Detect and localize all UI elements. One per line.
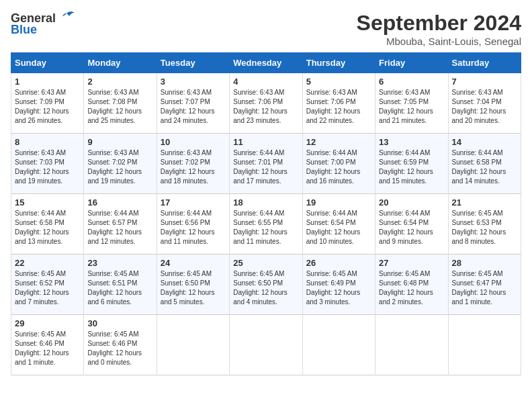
calendar-cell: 11Sunrise: 6:44 AMSunset: 7:01 PMDayligh…: [230, 134, 302, 194]
calendar-week-2: 8Sunrise: 6:43 AMSunset: 7:03 PMDaylight…: [11, 134, 521, 194]
logo-blue-text: Blue: [11, 23, 37, 37]
day-content: Sunrise: 6:44 AMSunset: 7:01 PMDaylight:…: [233, 148, 298, 186]
day-number: 16: [87, 197, 152, 208]
calendar-cell: 15Sunrise: 6:44 AMSunset: 6:58 PMDayligh…: [11, 194, 84, 255]
calendar-cell: 26Sunrise: 6:45 AMSunset: 6:49 PMDayligh…: [302, 255, 375, 315]
day-number: 18: [233, 197, 298, 208]
calendar-week-4: 22Sunrise: 6:45 AMSunset: 6:52 PMDayligh…: [11, 255, 521, 315]
calendar-cell: 17Sunrise: 6:44 AMSunset: 6:56 PMDayligh…: [157, 194, 229, 255]
calendar-cell: 2Sunrise: 6:43 AMSunset: 7:08 PMDaylight…: [84, 73, 157, 134]
calendar-table: SundayMondayTuesdayWednesdayThursdayFrid…: [11, 52, 521, 375]
calendar-cell: 8Sunrise: 6:43 AMSunset: 7:03 PMDaylight…: [11, 134, 84, 194]
day-content: Sunrise: 6:45 AMSunset: 6:50 PMDaylight:…: [161, 269, 226, 307]
day-number: 30: [87, 318, 152, 328]
day-content: Sunrise: 6:43 AMSunset: 7:06 PMDaylight:…: [233, 88, 298, 126]
logo: General Blue: [11, 11, 76, 37]
day-content: Sunrise: 6:45 AMSunset: 6:52 PMDaylight:…: [15, 269, 80, 307]
calendar-cell: 20Sunrise: 6:44 AMSunset: 6:54 PMDayligh…: [375, 194, 448, 255]
day-number: 9: [87, 137, 152, 147]
day-number: 8: [15, 137, 80, 147]
day-number: 6: [379, 77, 444, 87]
calendar-cell: [375, 315, 448, 375]
calendar-cell: 14Sunrise: 6:44 AMSunset: 6:58 PMDayligh…: [448, 134, 521, 194]
calendar-cell: 23Sunrise: 6:45 AMSunset: 6:51 PMDayligh…: [84, 255, 157, 315]
calendar-cell: 16Sunrise: 6:44 AMSunset: 6:57 PMDayligh…: [84, 194, 157, 255]
calendar-cell: 27Sunrise: 6:45 AMSunset: 6:48 PMDayligh…: [375, 255, 448, 315]
day-content: Sunrise: 6:45 AMSunset: 6:47 PMDaylight:…: [452, 269, 517, 307]
day-number: 26: [306, 258, 371, 268]
calendar-cell: 22Sunrise: 6:45 AMSunset: 6:52 PMDayligh…: [11, 255, 84, 315]
day-number: 14: [452, 137, 517, 147]
calendar-cell: 30Sunrise: 6:45 AMSunset: 6:46 PMDayligh…: [84, 315, 157, 375]
calendar-cell: 29Sunrise: 6:45 AMSunset: 6:46 PMDayligh…: [11, 315, 84, 375]
day-number: 25: [233, 258, 298, 268]
calendar-cell: 9Sunrise: 6:43 AMSunset: 7:02 PMDaylight…: [84, 134, 157, 194]
weekday-header-wednesday: Wednesday: [230, 53, 302, 73]
calendar-cell: 5Sunrise: 6:43 AMSunset: 7:06 PMDaylight…: [302, 73, 375, 134]
day-number: 3: [161, 77, 226, 87]
day-number: 11: [233, 137, 298, 147]
day-number: 12: [306, 137, 371, 147]
weekday-header-row: SundayMondayTuesdayWednesdayThursdayFrid…: [11, 53, 521, 73]
day-content: Sunrise: 6:44 AMSunset: 6:56 PMDaylight:…: [161, 209, 226, 246]
calendar-cell: 6Sunrise: 6:43 AMSunset: 7:05 PMDaylight…: [375, 73, 448, 134]
day-content: Sunrise: 6:43 AMSunset: 7:02 PMDaylight:…: [87, 148, 152, 186]
location-title: Mbouba, Saint-Louis, Senegal: [357, 36, 521, 47]
calendar-cell: [230, 315, 302, 375]
day-number: 27: [379, 258, 444, 268]
day-content: Sunrise: 6:45 AMSunset: 6:46 PMDaylight:…: [87, 330, 152, 367]
day-content: Sunrise: 6:43 AMSunset: 7:08 PMDaylight:…: [87, 88, 152, 126]
calendar-cell: 18Sunrise: 6:44 AMSunset: 6:55 PMDayligh…: [230, 194, 302, 255]
day-number: 21: [452, 197, 517, 208]
day-number: 28: [452, 258, 517, 268]
day-number: 1: [15, 77, 80, 87]
calendar-cell: 25Sunrise: 6:45 AMSunset: 6:50 PMDayligh…: [230, 255, 302, 315]
day-number: 5: [306, 77, 371, 87]
calendar-week-3: 15Sunrise: 6:44 AMSunset: 6:58 PMDayligh…: [11, 194, 521, 255]
day-number: 22: [15, 258, 80, 268]
day-number: 7: [452, 77, 517, 87]
day-content: Sunrise: 6:44 AMSunset: 7:00 PMDaylight:…: [306, 148, 371, 186]
day-number: 10: [161, 137, 226, 147]
day-number: 29: [15, 318, 80, 328]
day-content: Sunrise: 6:44 AMSunset: 6:58 PMDaylight:…: [452, 148, 517, 186]
calendar-cell: 21Sunrise: 6:45 AMSunset: 6:53 PMDayligh…: [448, 194, 521, 255]
day-number: 4: [233, 77, 298, 87]
calendar-week-1: 1Sunrise: 6:43 AMSunset: 7:09 PMDaylight…: [11, 73, 521, 134]
day-content: Sunrise: 6:44 AMSunset: 6:54 PMDaylight:…: [306, 209, 371, 246]
title-section: September 2024 Mbouba, Saint-Louis, Sene…: [357, 11, 521, 47]
day-content: Sunrise: 6:43 AMSunset: 7:09 PMDaylight:…: [15, 88, 80, 126]
day-number: 15: [15, 197, 80, 208]
day-content: Sunrise: 6:44 AMSunset: 6:59 PMDaylight:…: [379, 148, 444, 186]
day-content: Sunrise: 6:43 AMSunset: 7:07 PMDaylight:…: [161, 88, 226, 126]
day-content: Sunrise: 6:45 AMSunset: 6:50 PMDaylight:…: [233, 269, 298, 307]
calendar-cell: [448, 315, 521, 375]
day-content: Sunrise: 6:45 AMSunset: 6:53 PMDaylight:…: [452, 209, 517, 246]
logo-bird-icon: [57, 11, 76, 26]
calendar-week-5: 29Sunrise: 6:45 AMSunset: 6:46 PMDayligh…: [11, 315, 521, 375]
calendar-cell: [157, 315, 229, 375]
calendar-cell: [302, 315, 375, 375]
calendar-cell: 4Sunrise: 6:43 AMSunset: 7:06 PMDaylight…: [230, 73, 302, 134]
day-content: Sunrise: 6:43 AMSunset: 7:02 PMDaylight:…: [161, 148, 226, 186]
weekday-header-tuesday: Tuesday: [157, 53, 229, 73]
weekday-header-saturday: Saturday: [448, 53, 521, 73]
day-number: 24: [161, 258, 226, 268]
calendar-cell: 12Sunrise: 6:44 AMSunset: 7:00 PMDayligh…: [302, 134, 375, 194]
day-number: 2: [87, 77, 152, 87]
day-content: Sunrise: 6:44 AMSunset: 6:54 PMDaylight:…: [379, 209, 444, 246]
day-number: 20: [379, 197, 444, 208]
calendar-cell: 24Sunrise: 6:45 AMSunset: 6:50 PMDayligh…: [157, 255, 229, 315]
day-content: Sunrise: 6:45 AMSunset: 6:49 PMDaylight:…: [306, 269, 371, 307]
day-content: Sunrise: 6:43 AMSunset: 7:06 PMDaylight:…: [306, 88, 371, 126]
calendar-cell: 1Sunrise: 6:43 AMSunset: 7:09 PMDaylight…: [11, 73, 84, 134]
day-content: Sunrise: 6:43 AMSunset: 7:03 PMDaylight:…: [15, 148, 80, 186]
day-content: Sunrise: 6:44 AMSunset: 6:57 PMDaylight:…: [87, 209, 152, 246]
weekday-header-sunday: Sunday: [11, 53, 84, 73]
day-number: 13: [379, 137, 444, 147]
day-content: Sunrise: 6:44 AMSunset: 6:55 PMDaylight:…: [233, 209, 298, 246]
calendar-cell: 3Sunrise: 6:43 AMSunset: 7:07 PMDaylight…: [157, 73, 229, 134]
day-number: 19: [306, 197, 371, 208]
day-number: 23: [87, 258, 152, 268]
day-content: Sunrise: 6:43 AMSunset: 7:05 PMDaylight:…: [379, 88, 444, 126]
